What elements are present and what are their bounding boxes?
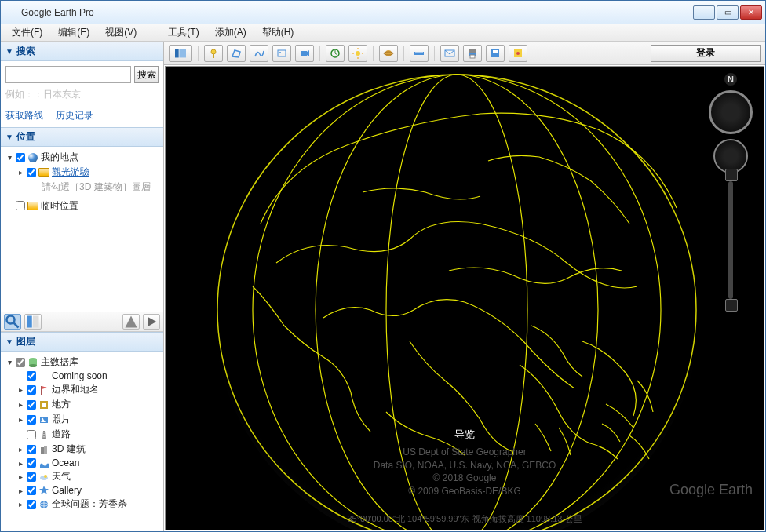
svg-point-20 — [44, 475, 47, 478]
layer-item[interactable]: ▸照片 — [2, 412, 162, 427]
minimize-button[interactable]: — — [693, 5, 715, 20]
print-button[interactable] — [463, 45, 482, 62]
maximize-button[interactable]: ▭ — [717, 5, 739, 20]
layer-label: 道路 — [52, 428, 71, 441]
my-places-checkbox[interactable] — [16, 153, 25, 162]
layer-checkbox[interactable] — [27, 472, 36, 482]
expand-icon[interactable]: ▸ — [16, 472, 24, 481]
menu-edit[interactable]: 编辑(E) — [50, 24, 97, 41]
attrib-line: © 2018 Google — [374, 472, 556, 485]
folder-icon — [38, 167, 49, 178]
expand-icon[interactable]: ▸ — [16, 500, 24, 508]
building-icon — [38, 444, 49, 455]
primary-db-item[interactable]: ▾ 主数据库 — [2, 355, 162, 370]
layer-item[interactable]: Coming soon — [2, 370, 162, 382]
add-content-button[interactable] — [122, 314, 140, 330]
search-places-button[interactable] — [4, 314, 21, 330]
layer-item[interactable]: ▸边界和地名 — [2, 382, 162, 397]
history-link[interactable]: 历史记录 — [56, 109, 93, 122]
expand-icon[interactable]: ▸ — [16, 445, 24, 454]
layer-label: 3D 建筑 — [52, 443, 86, 456]
search-button[interactable]: 搜索 — [134, 66, 159, 83]
search-input[interactable] — [5, 66, 131, 83]
expand-icon[interactable]: ▸ — [16, 168, 24, 177]
history-imagery-button[interactable] — [326, 45, 345, 62]
layer-item[interactable]: ▸地方 — [2, 397, 162, 412]
layer-item[interactable]: ▸Ocean — [2, 457, 162, 469]
main-toolbar: 登录 — [164, 42, 765, 65]
record-tour-button[interactable] — [295, 45, 314, 62]
layer-checkbox[interactable] — [27, 458, 36, 468]
save-image-button[interactable] — [486, 45, 505, 62]
expand-icon[interactable]: ▸ — [16, 400, 24, 409]
svg-line-1 — [13, 322, 18, 327]
layer-checkbox[interactable] — [27, 415, 36, 425]
layer-checkbox[interactable] — [27, 486, 36, 495]
menu-tools[interactable]: 工具(T) — [160, 24, 206, 41]
email-button[interactable] — [440, 45, 459, 62]
primary-db-checkbox[interactable] — [16, 358, 25, 367]
places-panel-header[interactable]: ▼ 位置 — [1, 127, 163, 147]
svg-rect-2 — [27, 316, 32, 328]
image-overlay-button[interactable] — [272, 45, 291, 62]
tour-overlay-label[interactable]: 导览 — [454, 428, 475, 442]
database-icon — [27, 357, 38, 368]
menu-view[interactable]: 视图(V) — [97, 24, 144, 41]
search-panel-header[interactable]: ▼ 搜索 — [1, 42, 163, 61]
zoom-slider[interactable] — [728, 181, 733, 299]
sunlight-button[interactable] — [348, 45, 367, 62]
expand-icon[interactable]: ▾ — [5, 153, 13, 162]
layer-item[interactable]: ▸全球问题：芳香杀 — [2, 497, 162, 512]
my-places-item[interactable]: ▾ 我的地点 — [2, 150, 162, 165]
svg-rect-26 — [179, 49, 186, 57]
layer-item[interactable]: ▸3D 建筑 — [2, 442, 162, 457]
layer-item[interactable]: 道路 — [2, 427, 162, 442]
ruler-button[interactable] — [410, 45, 429, 62]
play-tour-button[interactable] — [143, 314, 160, 330]
svg-marker-4 — [126, 316, 137, 328]
menu-file[interactable]: 文件(F) — [4, 24, 50, 41]
layer-item[interactable]: ▸Gallery — [2, 484, 162, 497]
ocean-icon — [38, 457, 49, 468]
window-titlebar: Google Earth Pro — ▭ ✕ — [1, 1, 765, 24]
tour-item[interactable]: ▸ 觀光游驗 — [2, 165, 162, 180]
expand-icon[interactable]: ▸ — [16, 385, 24, 394]
menu-add[interactable]: 添加(A) — [207, 24, 254, 41]
polygon-button[interactable] — [227, 45, 246, 62]
primary-db-label: 主数据库 — [41, 355, 78, 369]
get-route-link[interactable]: 获取路线 — [5, 109, 43, 122]
attribution: US Dept of State Geographer Data SIO, NO… — [374, 446, 556, 498]
layer-checkbox[interactable] — [27, 445, 36, 454]
svg-rect-53 — [470, 55, 475, 58]
watermark: Google Earth — [669, 482, 753, 498]
planet-button[interactable] — [379, 45, 398, 62]
view-in-maps-button[interactable] — [509, 45, 527, 62]
map-viewport[interactable]: N 导览 US Dept of State Geographer Data SI… — [165, 66, 764, 530]
hide-sidebar-button[interactable] — [169, 45, 192, 62]
expand-icon[interactable]: ▸ — [16, 459, 24, 468]
temp-places-item[interactable]: 临时位置 — [2, 199, 162, 213]
north-indicator[interactable]: N — [724, 73, 737, 86]
tour-checkbox[interactable] — [27, 168, 36, 177]
look-joystick[interactable] — [709, 90, 753, 134]
expand-icon[interactable]: ▸ — [16, 415, 24, 424]
layer-checkbox[interactable] — [27, 430, 36, 439]
blank-icon — [38, 370, 49, 381]
earth-icon — [27, 152, 38, 163]
layer-checkbox[interactable] — [27, 371, 36, 381]
login-button[interactable]: 登录 — [651, 45, 761, 62]
close-button[interactable]: ✕ — [740, 5, 762, 20]
placemark-button[interactable] — [204, 45, 223, 62]
expand-icon[interactable]: ▸ — [16, 486, 24, 495]
menu-help[interactable]: 帮助(H) — [254, 24, 302, 41]
layer-checkbox[interactable] — [27, 385, 36, 395]
layer-checkbox[interactable] — [27, 500, 36, 509]
toggle-panel-button[interactable] — [24, 314, 42, 330]
temp-places-checkbox[interactable] — [16, 201, 25, 210]
path-button[interactable] — [250, 45, 268, 62]
layers-panel-header[interactable]: ▼ 图层 — [1, 332, 163, 352]
layer-checkbox[interactable] — [27, 400, 36, 410]
layer-item[interactable]: ▸天气 — [2, 469, 162, 484]
expand-icon[interactable]: ▾ — [5, 358, 13, 366]
tour-label[interactable]: 觀光游驗 — [52, 166, 89, 179]
